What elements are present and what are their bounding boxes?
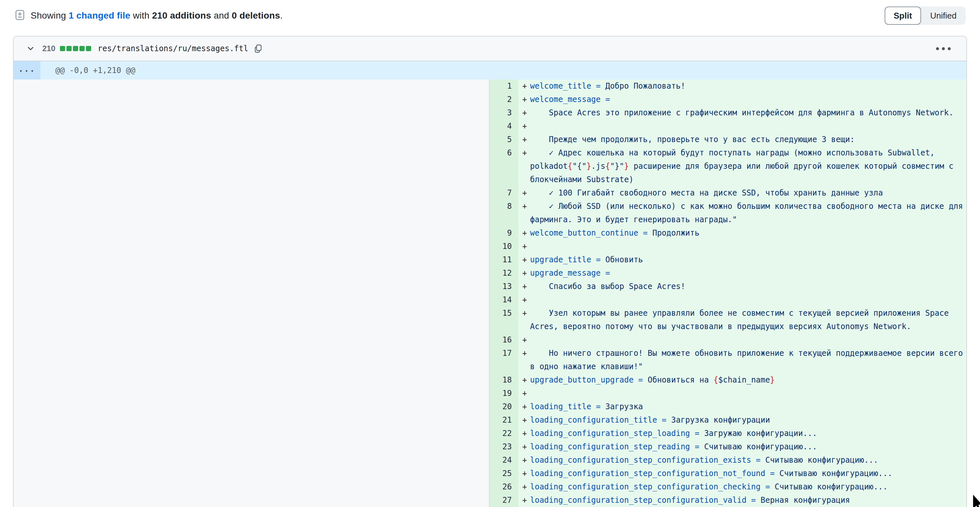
- line-content: +loading_configuration_step_reading = Сч…: [518, 440, 966, 454]
- code-text: ✓ Адрес кошелька на который будут поступ…: [530, 148, 958, 184]
- copy-path-button[interactable]: [253, 44, 263, 53]
- line-content: + ✓ Адрес кошелька на который будут пост…: [518, 146, 966, 187]
- code-text: ✓ 100 Гигабайт свободного места на диске…: [530, 188, 883, 198]
- addition-marker: +: [522, 146, 527, 159]
- file-header: 210 res/translations/ru/messages.ftl: [14, 37, 966, 61]
- diff-row: 13+ Спасибо за выбор Space Acres!: [490, 280, 966, 293]
- addition-marker: +: [522, 494, 527, 507]
- diff-row: 15+ Узел которым вы ранее управляли боле…: [490, 307, 966, 333]
- code-text: Но ничего страшного! Вы можете обновить …: [530, 349, 967, 371]
- additions-count: 210 additions: [152, 10, 211, 21]
- line-number[interactable]: 24: [490, 454, 518, 467]
- line-number[interactable]: 21: [490, 413, 518, 427]
- line-content: +upgrade_message =: [518, 266, 966, 280]
- line-content: + Но ничего страшного! Вы можете обновит…: [518, 347, 966, 373]
- line-content: +loading_configuration_step_configuratio…: [518, 480, 966, 494]
- line-number[interactable]: 25: [490, 467, 518, 480]
- line-number[interactable]: 27: [490, 494, 518, 507]
- addition-marker: +: [522, 93, 527, 106]
- split-diff-body: 1+welcome_title = Добро Пожаловать!2+wel…: [14, 80, 966, 507]
- diff-row: 14+: [490, 293, 966, 307]
- diff-row: 9+welcome_button_continue = Продолжить: [490, 226, 966, 240]
- addition-marker: +: [522, 413, 527, 427]
- line-number[interactable]: 17: [490, 347, 518, 373]
- line-number[interactable]: 13: [490, 280, 518, 293]
- addition-marker: +: [522, 133, 527, 146]
- addition-marker: +: [522, 226, 527, 240]
- code-text: upgrade_title = Обновить: [530, 255, 643, 264]
- code-text: Space Acres это приложение с графическим…: [530, 108, 953, 117]
- line-number[interactable]: 5: [490, 133, 518, 146]
- diff-row: 25+loading_configuration_step_configurat…: [490, 467, 966, 480]
- line-content: +welcome_button_continue = Продолжить: [518, 226, 966, 240]
- line-number[interactable]: 11: [490, 253, 518, 266]
- line-content: +: [518, 293, 966, 307]
- diffstat-addition-block: [73, 46, 78, 51]
- diff-row: 3+ Space Acres это приложение с графичес…: [490, 106, 966, 120]
- unified-view-button[interactable]: Unified: [921, 6, 966, 25]
- added-lines-pane: 1+welcome_title = Добро Пожаловать!2+wel…: [490, 80, 966, 507]
- line-number[interactable]: 12: [490, 266, 518, 280]
- code-text: loading_title = Загрузка: [530, 402, 643, 411]
- line-number[interactable]: 9: [490, 226, 518, 240]
- addition-marker: +: [522, 253, 527, 266]
- line-number[interactable]: 18: [490, 373, 518, 387]
- file-path: res/translations/ru/messages.ftl: [98, 44, 248, 53]
- chevron-down-icon[interactable]: [26, 44, 35, 53]
- line-number[interactable]: 15: [490, 307, 518, 333]
- file-diff-card: 210 res/translations/ru/messages.ftl ...…: [13, 36, 967, 507]
- line-content: +loading_configuration_step_configuratio…: [518, 454, 966, 467]
- line-number[interactable]: 1: [490, 80, 518, 93]
- summary-mid1: with: [130, 10, 152, 21]
- code-text: loading_configuration_step_configuration…: [530, 456, 878, 465]
- diff-row: 20+loading_title = Загрузка: [490, 400, 966, 413]
- diff-row: 23+loading_configuration_step_reading = …: [490, 440, 966, 454]
- line-content: +loading_configuration_step_configuratio…: [518, 494, 966, 507]
- expand-hunk-button[interactable]: ...: [14, 61, 40, 80]
- addition-marker: +: [522, 120, 527, 133]
- line-content: +upgrade_title = Обновить: [518, 253, 966, 266]
- line-content: +loading_configuration_title = Загрузка …: [518, 413, 966, 427]
- line-number[interactable]: 10: [490, 240, 518, 253]
- addition-marker: +: [522, 480, 527, 494]
- line-content: + ✓ Любой SSD (или несколько) с как можн…: [518, 200, 966, 226]
- summary-mid2: and: [211, 10, 231, 21]
- line-number[interactable]: 16: [490, 333, 518, 347]
- code-text: upgrade_message =: [530, 268, 610, 277]
- addition-marker: +: [522, 106, 527, 120]
- addition-marker: +: [522, 467, 527, 480]
- addition-marker: +: [522, 347, 527, 360]
- addition-marker: +: [522, 387, 527, 400]
- line-content: + Узел которым вы ранее управляли более …: [518, 307, 966, 333]
- line-number[interactable]: 23: [490, 440, 518, 454]
- addition-marker: +: [522, 454, 527, 467]
- code-text: welcome_message =: [530, 95, 610, 104]
- line-number[interactable]: 19: [490, 387, 518, 400]
- diffstat-addition-block: [67, 46, 72, 51]
- line-number[interactable]: 3: [490, 106, 518, 120]
- deletions-count: 0 deletions: [232, 10, 280, 21]
- file-options-kebab-icon[interactable]: [933, 44, 954, 53]
- line-content: +welcome_title = Добро Пожаловать!: [518, 80, 966, 93]
- diff-row: 5+ Прежде чем продолжить, проверьте что …: [490, 133, 966, 146]
- line-number[interactable]: 14: [490, 293, 518, 307]
- line-content: +loading_configuration_step_configuratio…: [518, 467, 966, 480]
- line-number[interactable]: 26: [490, 480, 518, 494]
- diffstat-count: 210: [42, 44, 55, 53]
- diff-row: 17+ Но ничего страшного! Вы можете обнов…: [490, 347, 966, 373]
- diff-row: 21+loading_configuration_title = Загрузк…: [490, 413, 966, 427]
- line-number[interactable]: 6: [490, 146, 518, 187]
- line-number[interactable]: 2: [490, 93, 518, 106]
- line-number[interactable]: 20: [490, 400, 518, 413]
- line-number[interactable]: 22: [490, 427, 518, 440]
- split-view-button[interactable]: Split: [885, 6, 921, 25]
- file-diff-icon: [14, 10, 25, 22]
- code-text: loading_configuration_step_loading = Заг…: [530, 429, 817, 438]
- line-number[interactable]: 7: [490, 187, 518, 200]
- line-number[interactable]: 8: [490, 200, 518, 226]
- changed-files-link[interactable]: 1 changed file: [69, 10, 130, 21]
- summary-suffix: .: [280, 10, 283, 21]
- diff-row: 7+ ✓ 100 Гигабайт свободного места на ди…: [490, 187, 966, 200]
- code-text: Узел которым вы ранее управляли более не…: [530, 309, 953, 331]
- line-number[interactable]: 4: [490, 120, 518, 133]
